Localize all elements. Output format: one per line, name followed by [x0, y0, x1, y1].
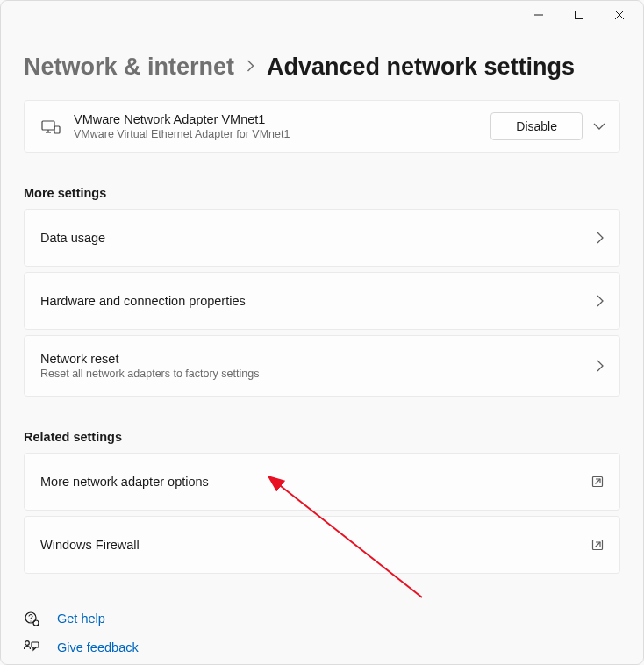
row-title: Windows Firewall: [40, 538, 591, 552]
more-adapter-options-row[interactable]: More network adapter options: [24, 453, 620, 511]
row-title: Data usage: [40, 231, 597, 245]
adapter-name: VMware Network Adapter VMnet1: [74, 112, 490, 126]
page-title: Advanced network settings: [267, 54, 575, 81]
disable-button[interactable]: Disable: [490, 112, 583, 140]
chevron-right-icon: [597, 232, 604, 244]
svg-point-13: [30, 620, 31, 621]
adapter-description: VMware Virtual Ethernet Adapter for VMne…: [74, 128, 490, 140]
row-description: Reset all network adapters to factory se…: [40, 368, 597, 380]
breadcrumb-parent[interactable]: Network & internet: [24, 54, 234, 81]
network-reset-row[interactable]: Network reset Reset all network adapters…: [24, 335, 620, 397]
window-titlebar: [1, 1, 643, 29]
network-adapter-card[interactable]: VMware Network Adapter VMnet1 VMware Vir…: [24, 100, 620, 153]
chevron-right-icon: [247, 60, 254, 75]
row-title: Hardware and connection properties: [40, 294, 597, 308]
row-title: More network adapter options: [40, 475, 591, 489]
get-help-label: Get help: [57, 611, 105, 626]
give-feedback-label: Give feedback: [57, 640, 139, 654]
minimize-button[interactable]: [519, 1, 559, 29]
more-settings-header: More settings: [24, 186, 620, 200]
svg-point-16: [25, 641, 30, 646]
windows-firewall-row[interactable]: Windows Firewall: [24, 516, 620, 574]
related-settings-header: Related settings: [24, 430, 620, 444]
svg-rect-4: [42, 121, 54, 130]
svg-line-15: [38, 625, 39, 626]
svg-rect-1: [576, 11, 583, 19]
row-title: Network reset: [40, 352, 597, 366]
close-button[interactable]: [599, 1, 640, 29]
help-links: Get help Give feedback: [24, 604, 620, 661]
close-icon: [615, 11, 624, 19]
svg-line-11: [596, 542, 601, 547]
chevron-right-icon: [597, 360, 604, 372]
external-link-icon: [591, 476, 604, 488]
content-area: Network & internet Advanced network sett…: [1, 54, 643, 661]
get-help-link[interactable]: Get help: [24, 604, 620, 633]
help-icon: [24, 611, 41, 626]
svg-rect-7: [54, 126, 60, 133]
breadcrumb: Network & internet Advanced network sett…: [24, 54, 620, 81]
svg-line-9: [596, 479, 601, 484]
maximize-button[interactable]: [559, 1, 599, 29]
hardware-properties-row[interactable]: Hardware and connection properties: [24, 272, 620, 330]
chevron-right-icon: [597, 295, 604, 307]
feedback-icon: [24, 640, 41, 654]
network-adapter-icon: [39, 118, 63, 134]
adapter-text: VMware Network Adapter VMnet1 VMware Vir…: [74, 112, 490, 140]
chevron-down-icon[interactable]: [593, 123, 605, 130]
external-link-icon: [591, 539, 604, 551]
data-usage-row[interactable]: Data usage: [24, 209, 620, 267]
svg-rect-17: [32, 642, 39, 647]
give-feedback-link[interactable]: Give feedback: [24, 633, 620, 661]
settings-window: Network & internet Advanced network sett…: [0, 0, 644, 665]
maximize-icon: [575, 11, 583, 19]
minimize-icon: [534, 11, 543, 19]
